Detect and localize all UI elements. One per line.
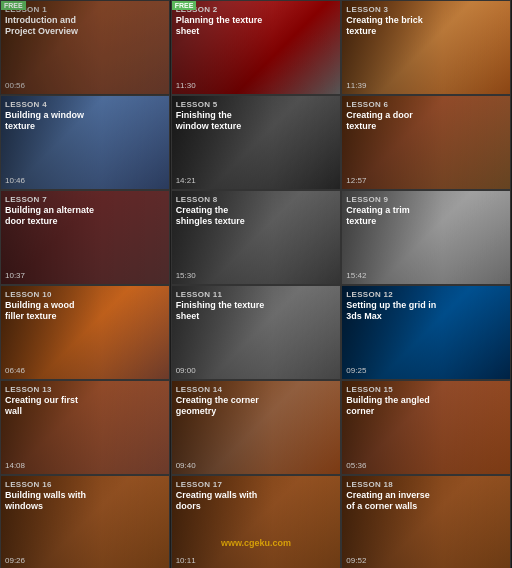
lesson-info-7: Lesson 7 Building an alternate door text… <box>5 195 95 227</box>
lesson-cell-9[interactable]: Lesson 9 Creating a trim texture 15:42 <box>341 190 511 285</box>
lesson-label-4: Lesson 4 <box>5 100 95 109</box>
lesson-info-6: Lesson 6 Creating a door texture <box>346 100 436 132</box>
lesson-info-11: Lesson 11 Finishing the texture sheet <box>176 290 266 322</box>
lesson-title-5: Finishing the window texture <box>176 110 266 132</box>
lesson-info-13: Lesson 13 Creating our first wall <box>5 385 95 417</box>
lesson-cell-10[interactable]: Lesson 10 Building a wood filler texture… <box>0 285 170 380</box>
lesson-info-14: Lesson 14 Creating the corner geometry <box>176 385 266 417</box>
lesson-cell-15[interactable]: Lesson 15 Building the angled corner 05:… <box>341 380 511 475</box>
lesson-label-14: Lesson 14 <box>176 385 266 394</box>
lesson-title-16: Building walls with windows <box>5 490 95 512</box>
lesson-title-1: Introduction and Project Overview <box>5 15 95 37</box>
lesson-duration-5: 14:21 <box>176 176 196 185</box>
lesson-duration-9: 15:42 <box>346 271 366 280</box>
lesson-title-4: Building a window texture <box>5 110 95 132</box>
lesson-title-2: Planning the texture sheet <box>176 15 266 37</box>
lesson-cell-12[interactable]: Lesson 12 Setting up the grid in 3ds Max… <box>341 285 511 380</box>
lesson-label-15: Lesson 15 <box>346 385 436 394</box>
lesson-label-6: Lesson 6 <box>346 100 436 109</box>
lesson-title-10: Building a wood filler texture <box>5 300 95 322</box>
free-badge-1: FREE <box>1 1 26 10</box>
lesson-duration-2: 11:30 <box>176 81 196 90</box>
lesson-info-9: Lesson 9 Creating a trim texture <box>346 195 436 227</box>
lesson-info-10: Lesson 10 Building a wood filler texture <box>5 290 95 322</box>
lesson-duration-8: 15:30 <box>176 271 196 280</box>
lesson-cell-1[interactable]: FREE Lesson 1 Introduction and Project O… <box>0 0 170 95</box>
lesson-label-9: Lesson 9 <box>346 195 436 204</box>
lesson-title-11: Finishing the texture sheet <box>176 300 266 322</box>
lesson-cell-17[interactable]: Lesson 17 Creating walls with doors 10:1… <box>171 475 341 568</box>
lesson-cell-2[interactable]: FREE Lesson 2 Planning the texture sheet… <box>171 0 341 95</box>
lesson-cell-8[interactable]: Lesson 8 Creating the shingles texture 1… <box>171 190 341 285</box>
lesson-info-8: Lesson 8 Creating the shingles texture <box>176 195 266 227</box>
lesson-cell-4[interactable]: Lesson 4 Building a window texture 10:46 <box>0 95 170 190</box>
lesson-cell-7[interactable]: Lesson 7 Building an alternate door text… <box>0 190 170 285</box>
lesson-duration-4: 10:46 <box>5 176 25 185</box>
lesson-duration-11: 09:00 <box>176 366 196 375</box>
lesson-duration-18: 09:52 <box>346 556 366 565</box>
lesson-duration-13: 14:08 <box>5 461 25 470</box>
lesson-info-15: Lesson 15 Building the angled corner <box>346 385 436 417</box>
lesson-duration-12: 09:25 <box>346 366 366 375</box>
lesson-info-18: Lesson 18 Creating an inverse of a corne… <box>346 480 436 512</box>
lesson-info-16: Lesson 16 Building walls with windows <box>5 480 95 512</box>
lesson-cell-3[interactable]: Lesson 3 Creating the brick texture 11:3… <box>341 0 511 95</box>
lesson-label-18: Lesson 18 <box>346 480 436 489</box>
lesson-cell-16[interactable]: Lesson 16 Building walls with windows 09… <box>0 475 170 568</box>
lesson-cell-18[interactable]: Lesson 18 Creating an inverse of a corne… <box>341 475 511 568</box>
lesson-duration-14: 09:40 <box>176 461 196 470</box>
lesson-info-17: Lesson 17 Creating walls with doors <box>176 480 266 512</box>
lesson-title-9: Creating a trim texture <box>346 205 436 227</box>
lesson-cell-6[interactable]: Lesson 6 Creating a door texture 12:57 <box>341 95 511 190</box>
lesson-cell-5[interactable]: Lesson 5 Finishing the window texture 14… <box>171 95 341 190</box>
lesson-info-4: Lesson 4 Building a window texture <box>5 100 95 132</box>
lesson-label-13: Lesson 13 <box>5 385 95 394</box>
lesson-title-17: Creating walls with doors <box>176 490 266 512</box>
lesson-label-11: Lesson 11 <box>176 290 266 299</box>
lesson-title-6: Creating a door texture <box>346 110 436 132</box>
free-badge-2: FREE <box>172 1 197 10</box>
lesson-duration-7: 10:37 <box>5 271 25 280</box>
lesson-grid: FREE Lesson 1 Introduction and Project O… <box>0 0 512 568</box>
lesson-duration-16: 09:26 <box>5 556 25 565</box>
lesson-label-8: Lesson 8 <box>176 195 266 204</box>
lesson-duration-1: 00:56 <box>5 81 25 90</box>
lesson-duration-3: 11:39 <box>346 81 366 90</box>
lesson-label-5: Lesson 5 <box>176 100 266 109</box>
lesson-duration-10: 06:46 <box>5 366 25 375</box>
lesson-title-15: Building the angled corner <box>346 395 436 417</box>
lesson-label-10: Lesson 10 <box>5 290 95 299</box>
lesson-info-12: Lesson 12 Setting up the grid in 3ds Max <box>346 290 436 322</box>
lesson-label-17: Lesson 17 <box>176 480 266 489</box>
lesson-duration-17: 10:11 <box>176 556 196 565</box>
lesson-title-18: Creating an inverse of a corner walls <box>346 490 436 512</box>
lesson-duration-6: 12:57 <box>346 176 366 185</box>
lesson-label-12: Lesson 12 <box>346 290 436 299</box>
lesson-title-3: Creating the brick texture <box>346 15 436 37</box>
lesson-cell-14[interactable]: Lesson 14 Creating the corner geometry 0… <box>171 380 341 475</box>
lesson-title-12: Setting up the grid in 3ds Max <box>346 300 436 322</box>
lesson-title-7: Building an alternate door texture <box>5 205 95 227</box>
lesson-info-3: Lesson 3 Creating the brick texture <box>346 5 436 37</box>
lesson-title-13: Creating our first wall <box>5 395 95 417</box>
lesson-info-5: Lesson 5 Finishing the window texture <box>176 100 266 132</box>
lesson-label-7: Lesson 7 <box>5 195 95 204</box>
lesson-title-8: Creating the shingles texture <box>176 205 266 227</box>
lesson-duration-15: 05:36 <box>346 461 366 470</box>
lesson-label-16: Lesson 16 <box>5 480 95 489</box>
lesson-cell-11[interactable]: Lesson 11 Finishing the texture sheet 09… <box>171 285 341 380</box>
lesson-title-14: Creating the corner geometry <box>176 395 266 417</box>
lesson-label-3: Lesson 3 <box>346 5 436 14</box>
lesson-cell-13[interactable]: Lesson 13 Creating our first wall 14:08 <box>0 380 170 475</box>
